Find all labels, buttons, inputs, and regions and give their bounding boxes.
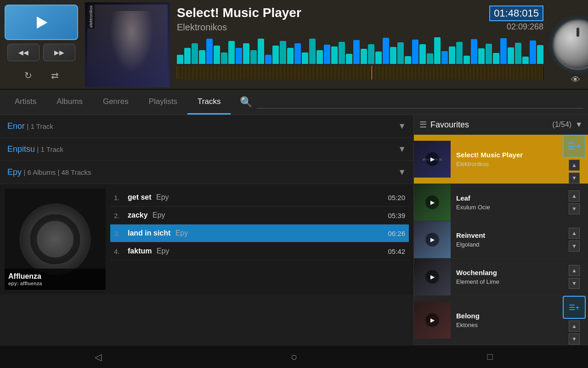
artist-row-epy[interactable]: Epy | 6 Albums | 48 Tracks ▼ — [0, 161, 413, 184]
fav-scroll-up-4[interactable]: ▲ — [569, 265, 580, 276]
vinyl-label — [37, 221, 74, 258]
expanded-content-epy: Affluenza epy: affluenza 1. get set Epy … — [0, 184, 413, 294]
home-icon: ○ — [291, 351, 298, 363]
fav-scroll-up-5[interactable]: ▲ — [569, 321, 580, 332]
bar-20 — [317, 50, 323, 64]
track-duration-1: 05:20 — [388, 194, 405, 201]
tab-playlists[interactable]: Playlists — [139, 90, 187, 115]
fav-play-overlay-1: ▶ — [425, 152, 439, 166]
search-input[interactable] — [257, 96, 583, 109]
bar-21 — [324, 45, 330, 64]
controls-left: ◀◀ ▶▶ ↻ ⇄ — [0, 0, 83, 89]
back-button[interactable]: ◁ — [89, 348, 107, 366]
fav-add-btn-5[interactable]: ☰+ — [563, 296, 586, 319]
fav-add-btn-1[interactable]: ☰+ — [563, 135, 586, 158]
track-item-4[interactable]: 4. faktum Epy 05:42 — [110, 242, 409, 260]
bar-29 — [383, 38, 389, 64]
track-item-2[interactable]: 2. zacky Epy 05:39 — [110, 207, 409, 224]
artist-row-enpitsu[interactable]: Enpitsu | 1 Track ▼ — [0, 138, 413, 161]
fav-scroll-down-5[interactable]: ▼ — [569, 334, 580, 345]
knob-area: 👁 — [548, 0, 588, 89]
bar-34 — [419, 44, 426, 64]
time-current: 01:48:015 — [489, 6, 543, 21]
home-button[interactable]: ○ — [285, 348, 303, 366]
album-thumb-label: Affluenza epy: affluenza — [5, 269, 106, 290]
fav-item-4[interactable]: ▶ Wochenlang Element of Lime ▲ ▼ — [414, 259, 588, 296]
fav-artist-2: Exulum Ocie — [456, 204, 555, 211]
expand-arrow-epy[interactable]: ▼ — [398, 167, 406, 177]
bar-47 — [515, 43, 521, 64]
next-button[interactable]: ▶▶ — [43, 44, 75, 61]
fav-count: (1/54) — [552, 121, 571, 129]
bar-8 — [228, 41, 235, 64]
fav-item-3[interactable]: ▶ Reinvent Elgoland ▲ ▼ — [414, 221, 588, 259]
expand-arrow-enpitsu[interactable]: ▼ — [398, 144, 406, 154]
artist-row-enor[interactable]: Enor | 1 Track ▼ — [0, 115, 413, 138]
fav-scroll-down-2[interactable]: ▼ — [569, 203, 580, 214]
fav-scroll-up-2[interactable]: ▲ — [569, 190, 580, 201]
prev-button[interactable]: ◀◀ — [7, 44, 40, 61]
fav-song-5: Belong — [456, 312, 555, 320]
track-list: Enor | 1 Track ▼ Enpitsu | 1 Track ▼ Epy… — [0, 115, 413, 345]
bar-48 — [522, 57, 529, 64]
search-icon[interactable]: 🔍 — [240, 96, 252, 108]
fav-item-5[interactable]: ▶ Belong Ektones ☰+ ▲ ▼ — [414, 296, 588, 345]
fav-play-overlay-2: ▶ — [425, 196, 439, 209]
tab-artists[interactable]: Artists — [5, 90, 46, 115]
bar-28 — [375, 52, 382, 64]
bar-49 — [530, 40, 536, 64]
bar-14 — [272, 46, 279, 64]
bar-39 — [456, 42, 463, 64]
play-button[interactable] — [5, 5, 78, 40]
track-name-2: zacky Epy — [128, 211, 388, 219]
fav-item-2[interactable]: ▶ Leaf Exulum Ocie ▲ ▼ — [414, 184, 588, 221]
track-item-1[interactable]: 1. get set Epy 05:20 — [110, 189, 409, 207]
search-area: 🔍 — [240, 96, 583, 109]
fav-scroll-down-1[interactable]: ▼ — [569, 172, 580, 184]
fav-thumb-1: elektronikos ▶ — [414, 141, 451, 178]
album-thumb-affluenza[interactable]: Affluenza epy: affluenza — [5, 189, 106, 290]
album-art: elektronikos — [85, 2, 170, 87]
bar-37 — [441, 51, 448, 64]
fav-play-overlay-5: ▶ — [425, 313, 439, 327]
bar-7 — [221, 52, 227, 64]
artist-name-enor: Enor | 1 Track — [7, 121, 53, 131]
fav-artist-3: Elgoland — [456, 241, 555, 248]
track-item-3[interactable]: 3. land in sicht Epy 06:26 — [110, 224, 409, 242]
bottom-controls: ↻ ⇄ — [19, 67, 63, 84]
fav-scroll-up-1[interactable]: ▲ — [569, 160, 580, 171]
fav-item-1[interactable]: elektronikos ▶ Select! Music Player Elek… — [414, 135, 588, 184]
volume-knob[interactable] — [553, 19, 588, 70]
fav-actions-1: ☰+ ▲ ▼ — [560, 135, 588, 184]
top-bar: ◀◀ ▶▶ ↻ ⇄ elektronikos Select! Music Pla… — [0, 0, 588, 90]
fav-artist-4: Element of Lime — [456, 278, 555, 285]
eye-icon[interactable]: 👁 — [571, 75, 585, 84]
bottom-nav: ◁ ○ □ — [0, 345, 588, 368]
repeat-button[interactable]: ↻ — [19, 67, 37, 84]
player-info: Select! Music Player Elektronikos — [172, 0, 548, 89]
tab-genres[interactable]: Genres — [93, 90, 139, 115]
recent-button[interactable]: □ — [481, 348, 499, 366]
fav-scroll-up-3[interactable]: ▲ — [569, 228, 580, 239]
bar-26 — [361, 49, 367, 64]
bar-45 — [500, 38, 507, 64]
fav-header: ☰ Favourites (1/54) ▼ — [414, 115, 588, 135]
waveform[interactable] — [177, 66, 543, 80]
tab-albums[interactable]: Albums — [46, 90, 93, 115]
spectrum-bars — [177, 36, 543, 64]
artist-name-epy: Epy | 6 Albums | 48 Tracks — [7, 167, 91, 177]
expand-arrow-enor[interactable]: ▼ — [398, 121, 406, 131]
fav-info-5: Belong Ektones — [451, 308, 560, 332]
fav-scroll-down-4[interactable]: ▼ — [569, 278, 580, 289]
fav-scroll-down-3[interactable]: ▼ — [569, 241, 580, 252]
tab-tracks[interactable]: Tracks — [187, 90, 231, 115]
favourites-panel: ☰ Favourites (1/54) ▼ elektronikos ▶ Sel… — [413, 115, 588, 345]
fav-actions-2: ▲ ▼ — [560, 190, 588, 214]
track-name-1: get set Epy — [128, 193, 388, 201]
fav-dropdown-icon[interactable]: ▼ — [575, 121, 582, 129]
shuffle-button[interactable]: ⇄ — [46, 67, 63, 84]
fav-artist-5: Ektones — [456, 322, 555, 328]
bar-41 — [471, 39, 477, 64]
bar-35 — [427, 53, 433, 64]
main-content: Enor | 1 Track ▼ Enpitsu | 1 Track ▼ Epy… — [0, 115, 588, 345]
